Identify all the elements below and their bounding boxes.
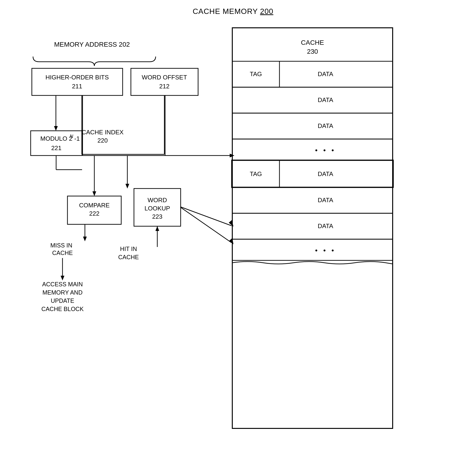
hit-label-line1: HIT IN	[120, 246, 137, 252]
wl-to-cache-data	[181, 207, 232, 243]
cache-row-1-data: DATA	[318, 96, 333, 103]
hit-to-wl-arrow	[155, 226, 159, 231]
access-line4: CACHE BLOCK	[41, 306, 84, 312]
miss-label-line1: MISS IN	[50, 242, 72, 249]
ci-to-compare-arrow	[93, 191, 96, 196]
modulo-label: MODULO 2	[40, 135, 72, 142]
cache-row-4	[232, 213, 393, 239]
modulo-minus1: -1	[74, 135, 80, 142]
word-offset-number: 212	[159, 83, 169, 90]
access-line1: ACCESS MAIN	[42, 281, 83, 287]
cache-row-3	[232, 187, 393, 213]
memory-address-brace	[33, 57, 156, 66]
cache-header-tag: TAG	[250, 70, 262, 78]
cache-selected-data: DATA	[318, 170, 333, 177]
cache-title-number: 230	[307, 48, 318, 55]
cache-row-1	[232, 87, 393, 113]
word-lookup-label1: WORD	[148, 196, 167, 204]
higher-order-bits-box	[32, 68, 123, 95]
access-line3: UPDATE	[51, 297, 74, 304]
access-line2: MEMORY AND	[42, 289, 82, 296]
cache-dots-1	[232, 139, 393, 160]
cache-selected-tag: TAG	[250, 170, 262, 177]
word-offset-label: WORD OFFSET	[142, 74, 187, 81]
word-lookup-number: 223	[152, 213, 162, 220]
arrow-hob-to-modulo-head	[54, 126, 58, 131]
main-diagram-svg: MEMORY ADDRESS 202 HIGHER-ORDER BITS 211…	[0, 0, 466, 476]
wl-to-data-arrow-line	[181, 207, 232, 226]
word-lookup-label2: LOOKUP	[145, 205, 170, 212]
higher-order-bits-number: 211	[72, 83, 82, 90]
cache-row-4-data: DATA	[318, 222, 333, 229]
cache-row-2-data: DATA	[318, 122, 333, 129]
cache-index-label: CACHE INDEX	[82, 129, 124, 136]
diagram: CACHE MEMORY 200 MEMORY ADDRESS 202 HIGH…	[0, 0, 466, 476]
modulo-number: 221	[51, 145, 61, 151]
cache-title-label: CACHE	[301, 39, 324, 46]
miss-to-access-arrow	[61, 276, 64, 280]
cache-row-3-data: DATA	[318, 196, 333, 204]
word-offset-box	[131, 68, 198, 95]
compare-label: COMPARE	[79, 202, 110, 209]
memory-address-label: MEMORY ADDRESS 202	[54, 41, 130, 48]
cache-header-data: DATA	[318, 70, 333, 78]
hit-label-line2: CACHE	[118, 254, 139, 261]
cache-row-2	[232, 113, 393, 139]
compare-number: 222	[89, 210, 99, 217]
compare-to-miss-arrow	[83, 237, 87, 241]
modulo-box	[31, 131, 82, 156]
cache-wavy-line	[232, 261, 393, 264]
cache-index-number: 220	[97, 137, 107, 144]
higher-order-bits-label: HIGHER-ORDER BITS	[46, 74, 109, 81]
miss-label-line2: CACHE	[52, 249, 73, 256]
cache-dots-2-text: • • •	[315, 247, 336, 254]
cache-230-border	[232, 28, 393, 428]
modulo-superscript: N	[70, 134, 73, 139]
ci-to-wl-arrow	[126, 184, 129, 189]
cache-dots-2	[232, 239, 393, 261]
cache-dots-1-text: • • •	[315, 146, 336, 154]
